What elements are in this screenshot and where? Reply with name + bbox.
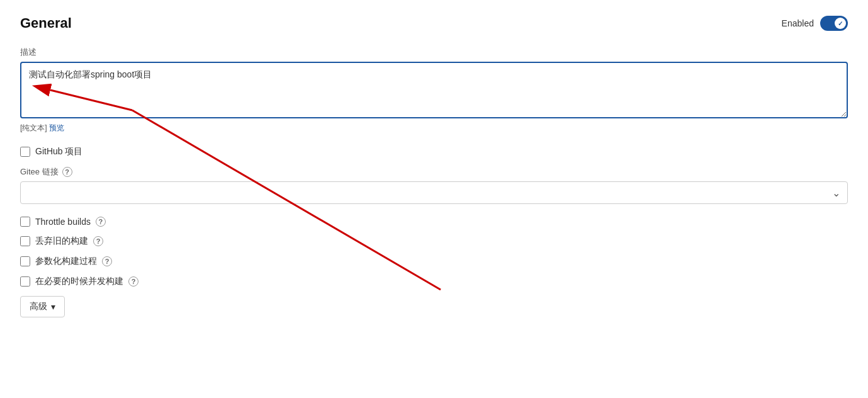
plain-text-label: [纯文本]: [20, 123, 47, 132]
github-project-label: GitHub 项目: [35, 146, 82, 157]
discard-old-help-icon[interactable]: ?: [93, 236, 103, 246]
gitee-select[interactable]: [20, 181, 848, 204]
advanced-button[interactable]: 高级 ▾: [20, 296, 65, 317]
gitee-label: Gitee 链接 ?: [20, 166, 848, 178]
enabled-toggle[interactable]: ✓: [820, 16, 848, 31]
text-format-links: [纯文本] 预览: [20, 123, 848, 134]
github-project-row: GitHub 项目: [20, 146, 848, 157]
concurrent-builds-row: 在必要的时候并发构建 ?: [20, 276, 848, 287]
enabled-section: Enabled ✓: [782, 16, 848, 31]
description-label: 描述: [20, 47, 848, 58]
description-section: 描述 测试自动化部署spring boot项目 [纯文本] 预览: [20, 47, 848, 134]
concurrent-builds-checkbox[interactable]: [20, 276, 30, 287]
toggle-knob: ✓: [835, 18, 846, 29]
parameterized-label: 参数化构建过程: [35, 256, 97, 267]
parameterized-help-icon[interactable]: ?: [102, 256, 112, 266]
discard-old-label: 丢弃旧的构建: [35, 236, 88, 247]
gitee-select-wrapper: [20, 181, 848, 204]
parameterized-checkbox[interactable]: [20, 256, 30, 266]
advanced-button-label: 高级: [30, 301, 47, 312]
toggle-check-icon: ✓: [838, 20, 843, 27]
concurrent-builds-help-icon[interactable]: ?: [128, 276, 138, 287]
advanced-chevron-icon: ▾: [51, 302, 55, 312]
github-project-checkbox[interactable]: [20, 147, 30, 157]
discard-old-row: 丢弃旧的构建 ?: [20, 236, 848, 247]
throttle-builds-row: Throttle builds ?: [20, 217, 848, 227]
gitee-label-text: Gitee 链接: [20, 166, 59, 178]
throttle-builds-checkbox[interactable]: [20, 217, 30, 227]
enabled-label: Enabled: [782, 18, 814, 28]
page-title: General: [20, 15, 72, 31]
throttle-builds-help-icon[interactable]: ?: [96, 217, 106, 227]
preview-link[interactable]: 预览: [49, 123, 64, 132]
throttle-builds-label: Throttle builds: [35, 217, 91, 227]
discard-old-checkbox[interactable]: [20, 236, 30, 246]
description-textarea[interactable]: 测试自动化部署spring boot项目: [20, 62, 848, 118]
gitee-help-icon[interactable]: ?: [62, 167, 72, 177]
gitee-section: Gitee 链接 ?: [20, 166, 848, 204]
concurrent-builds-label: 在必要的时候并发构建: [35, 276, 123, 287]
page-header: General Enabled ✓: [20, 15, 848, 31]
parameterized-row: 参数化构建过程 ?: [20, 256, 848, 267]
